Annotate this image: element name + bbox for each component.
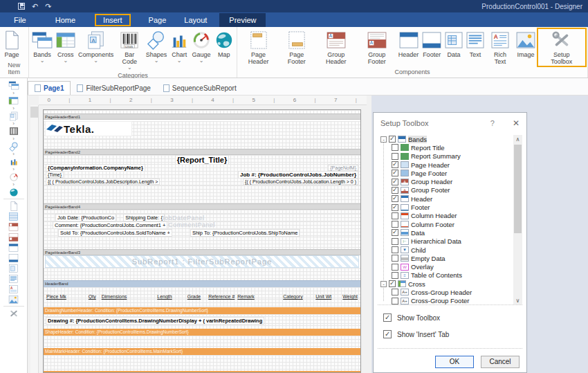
image-icon[interactable] (8, 294, 19, 304)
tree-item-data[interactable]: Data (378, 228, 522, 237)
report-page[interactable]: PageHeaderBand1 Tekla. PageHeaderBand2 {… (43, 109, 361, 373)
page-footer-button[interactable]: Page Footer (278, 28, 315, 66)
chevron-down-icon[interactable]: ⌄ (93, 59, 98, 63)
sold-to-textbox[interactable]: Sold To: {ProductionControlJobs.SoldToNa… (58, 229, 172, 237)
page-icon[interactable] (10, 201, 18, 211)
tree-item-table-of-contents[interactable]: ≡ Table of Contents (378, 271, 522, 280)
collapse-icon[interactable]: - (380, 281, 387, 287)
tree-scrollbar[interactable]: ∧ ∨ (513, 135, 522, 305)
header-button[interactable]: Header (396, 28, 420, 60)
rich-text-icon[interactable]: A (8, 284, 19, 294)
job-description-textbox[interactable]: {( ( ProductionControlJobs.JobDescriptio… (46, 179, 160, 185)
tree-item-child[interactable]: ▼ Child (378, 246, 522, 254)
tekla-logo[interactable]: Tekla. (45, 121, 132, 136)
bands-button[interactable]: Bands ⌄ (30, 28, 55, 64)
group-footer-button[interactable]: A Group Footer (357, 28, 396, 66)
gauge-icon[interactable] (9, 172, 19, 182)
scrollbar-thumb[interactable] (514, 145, 522, 233)
close-icon[interactable]: ✕ (513, 118, 520, 128)
company-name-textbox[interactable]: {CompanyInformation.CompanyName} (46, 164, 145, 172)
map-button[interactable]: Map (212, 28, 235, 60)
band-mainmarkheader[interactable]: MainMarkHeader: Condition: {ProductionCo… (44, 348, 360, 355)
text-icon[interactable] (8, 273, 19, 284)
subreport-placeholder[interactable]: SubReport1 : FilterSubReportPage (45, 255, 359, 268)
group-header-button[interactable]: A Group Header (315, 28, 357, 66)
bar-code-icon[interactable] (9, 126, 19, 136)
checkbox[interactable] (392, 212, 398, 219)
chevron-icon[interactable]: › (12, 106, 15, 111)
doc-tab-filtersubreportpage[interactable]: FilterSubReportPage (71, 82, 156, 95)
bands-icon[interactable] (8, 80, 19, 91)
cross-icon[interactable] (8, 95, 19, 106)
checkbox[interactable] (392, 264, 398, 271)
tab-insert[interactable]: Insert (95, 14, 131, 26)
bar-code-button[interactable]: 12345 Bar Code ⌄ (115, 28, 144, 71)
job-number-textbox[interactable]: Job #: {ProductionControlJobs.JobNumber} (238, 171, 358, 179)
data-button[interactable]: Data (443, 28, 465, 60)
report-title-textbox[interactable]: {Report_Title} (175, 155, 230, 165)
page-header-button[interactable]: Page Header (239, 28, 278, 66)
tree-item-bands[interactable]: - Bands (378, 135, 522, 143)
checkbox[interactable] (392, 144, 398, 151)
chevron-down-icon[interactable]: ⌄ (154, 59, 159, 63)
job-location-textbox[interactable]: {( ( ProductionControlJobs.JobLocation.L… (243, 179, 358, 185)
checkbox[interactable] (392, 272, 398, 279)
checkbox[interactable] (392, 298, 398, 304)
rich-text-button[interactable]: A Rich Text (486, 28, 514, 66)
chevron-icon[interactable]: › (12, 182, 15, 187)
job-date-textbox[interactable]: Job Date: {ProductionCo (55, 214, 116, 221)
help-icon[interactable]: ? (490, 119, 495, 127)
shipping-date-textbox[interactable]: Shipping Date: { (123, 214, 165, 221)
save-icon[interactable] (18, 3, 25, 10)
chevron-icon[interactable]: › (12, 121, 15, 126)
group-footer-icon[interactable] (8, 232, 19, 242)
checkbox[interactable] (383, 313, 392, 322)
tree-item-report-title[interactable]: Report Title (378, 143, 522, 152)
tree-item-report-summary[interactable]: Report Summary (378, 152, 522, 161)
drawing-number-textbox[interactable]: Drawing #: {ProductionControlItems.Drawi… (46, 317, 264, 325)
tree-item-header[interactable]: Header (378, 194, 522, 203)
data-icon[interactable] (8, 263, 19, 273)
chevron-down-icon[interactable]: ⌄ (40, 59, 45, 63)
chevron-icon[interactable]: › (12, 136, 15, 141)
chart-icon[interactable] (9, 156, 19, 167)
checkbox[interactable] (392, 153, 398, 160)
doc-tab-sequencesubreport[interactable]: SequenceSubReport (157, 82, 243, 95)
checkbox[interactable] (392, 195, 398, 202)
tree-item-group-header[interactable]: A Group Header (378, 177, 522, 185)
chevron-down-icon[interactable]: ⌄ (127, 66, 132, 70)
band-shapeheader[interactable]: ShapeHeader: Condition: {ProductionContr… (44, 329, 360, 336)
checkbox[interactable] (389, 136, 396, 143)
tab-preview[interactable]: Preview (219, 13, 266, 27)
tree-item-overlay[interactable]: W Overlay (378, 262, 522, 271)
show-insert-tab-option[interactable]: Show 'Insert' Tab (383, 330, 526, 338)
tree-item-empty-data[interactable]: Empty Data (378, 254, 522, 262)
components-icon[interactable] (9, 111, 19, 121)
header-icon[interactable] (8, 242, 19, 253)
image-button[interactable]: Image (515, 28, 538, 60)
checkbox[interactable] (392, 170, 398, 176)
group-header-icon[interactable] (8, 221, 19, 232)
setup-toolbox-icon[interactable] (8, 308, 19, 318)
text-button[interactable]: Text (464, 28, 486, 60)
tree-item-cross-group-footer[interactable]: A+ Cross-Group Footer (378, 297, 522, 305)
page-nofm-textbox[interactable]: {PageNofM} (328, 165, 358, 171)
band-pageheaderband1[interactable]: PageHeaderBand1 (44, 113, 360, 120)
tab-page[interactable]: Page (142, 14, 174, 26)
tab-file[interactable]: File (7, 14, 33, 26)
chevron-icon[interactable]: › (12, 167, 15, 172)
checkbox[interactable] (392, 204, 398, 211)
cross-button[interactable]: Cross ⌄ (54, 28, 77, 64)
undo-icon[interactable]: ↶ (32, 3, 38, 10)
shapes-icon[interactable] (9, 141, 19, 152)
checkbox[interactable] (392, 187, 398, 194)
band-drawingnumberheader[interactable]: DrawingNumberHeader: Condition: {Product… (44, 307, 360, 314)
data-band-icon[interactable] (8, 211, 19, 221)
tree-item-column-header[interactable]: Column Header (378, 212, 522, 220)
show-toolbox-option[interactable]: Show Toolbox (383, 313, 526, 322)
scroll-down-icon[interactable]: ∨ (513, 296, 522, 305)
checkbox[interactable] (392, 221, 398, 228)
chevron-down-icon[interactable]: ⌄ (63, 59, 68, 63)
chevron-down-icon[interactable]: ⌄ (177, 59, 182, 63)
band-headerband[interactable]: HeaderBand (44, 280, 360, 287)
